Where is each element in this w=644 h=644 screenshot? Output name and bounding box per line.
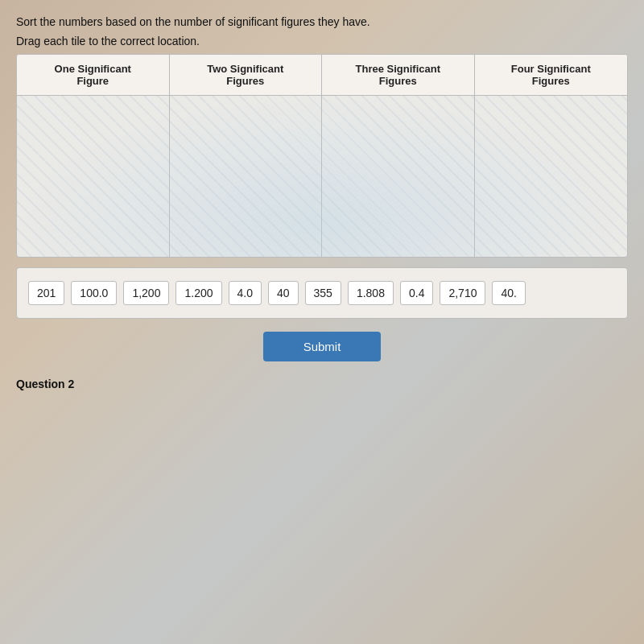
tile-item[interactable]: 1,200	[123, 281, 169, 305]
tile-item[interactable]: 201	[28, 281, 64, 305]
drop-zone-two[interactable]	[170, 96, 323, 257]
col-header-one: One SignificantFigure	[17, 55, 170, 95]
tile-item[interactable]: 40.	[492, 281, 525, 305]
sorting-table-card: One SignificantFigure Two SignificantFig…	[16, 54, 628, 258]
tile-item[interactable]: 1.808	[348, 281, 394, 305]
question-label: Question 2	[16, 378, 628, 390]
submit-button[interactable]: Submit	[263, 332, 382, 361]
tile-item[interactable]: 0.4	[400, 281, 433, 305]
tile-item[interactable]: 100.0	[71, 281, 117, 305]
drop-zone-three[interactable]	[322, 96, 475, 257]
instruction-line2: Drag each tile to the correct location.	[16, 34, 628, 50]
col-header-three: Three SignificantFigures	[322, 55, 475, 95]
tile-item[interactable]: 40	[268, 281, 299, 305]
table-header: One SignificantFigure Two SignificantFig…	[17, 55, 627, 96]
instruction-line1: Sort the numbers based on the number of …	[16, 14, 628, 31]
tile-item[interactable]: 355	[305, 281, 341, 305]
submit-area: Submit	[16, 332, 628, 361]
tiles-tray: 201100.01,2001.2004.0403551.8080.42,7104…	[16, 267, 628, 319]
tile-item[interactable]: 4.0	[229, 281, 262, 305]
col-header-four: Four SignificantFigures	[475, 55, 628, 95]
tile-item[interactable]: 2,710	[440, 281, 485, 305]
col-header-two: Two SignificantFigures	[170, 55, 323, 95]
instructions: Sort the numbers based on the number of …	[16, 14, 628, 49]
tile-item[interactable]: 1.200	[175, 281, 221, 305]
drop-zone-four[interactable]	[475, 96, 628, 257]
drop-zones-container	[17, 96, 627, 257]
drop-zone-one[interactable]	[17, 96, 170, 257]
